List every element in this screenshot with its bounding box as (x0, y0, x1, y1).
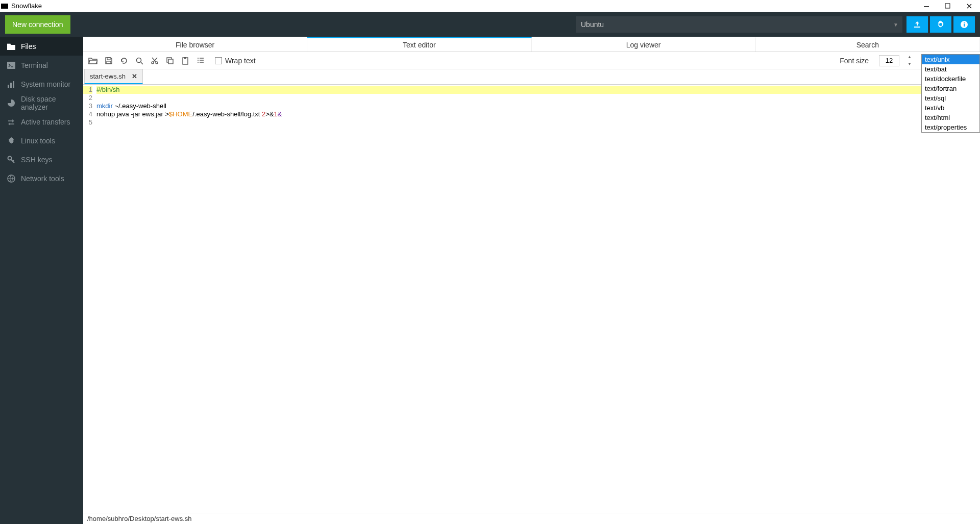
font-size-input[interactable]: 12 (879, 55, 899, 66)
svg-rect-4 (964, 22, 965, 23)
maximize-icon[interactable] (944, 3, 951, 10)
syntax-option[interactable]: text/unix (922, 55, 979, 64)
code-area[interactable]: #/bin/sh mkdir ~/.easy-web-shell nohup j… (94, 85, 980, 513)
close-tab-icon[interactable]: ✕ (132, 72, 137, 80)
line-number: 2 (83, 94, 92, 102)
new-connection-button[interactable]: New connection (5, 15, 70, 34)
app-icon (1, 4, 8, 9)
sidebar-item-files[interactable]: Files (0, 37, 83, 56)
sidebar-item-system-monitor[interactable]: System monitor (0, 74, 83, 93)
syntax-option[interactable]: text/fortran (922, 84, 979, 93)
chart-icon (7, 81, 15, 88)
close-icon[interactable] (966, 3, 973, 10)
spinner-up-icon[interactable]: ▲ (908, 55, 912, 59)
svg-rect-13 (107, 61, 111, 64)
transfer-icon (7, 118, 15, 126)
syntax-option[interactable]: text/dockerfile (922, 74, 979, 84)
line-number: 4 (83, 110, 92, 118)
tab-text-editor[interactable]: Text editor (307, 37, 531, 52)
sidebar-item-label: Linux tools (21, 137, 55, 145)
svg-rect-7 (10, 83, 12, 88)
main-tabs: File browser Text editor Log viewer Sear… (83, 37, 980, 52)
minimize-icon[interactable] (923, 3, 930, 10)
sidebar: Files Terminal System monitor Disk space… (0, 37, 83, 524)
sidebar-item-label: System monitor (21, 80, 70, 88)
cut-icon[interactable] (151, 57, 159, 65)
sidebar-item-label: Disk space analyzer (21, 95, 76, 111)
svg-rect-5 (7, 62, 15, 69)
sidebar-item-label: SSH keys (21, 156, 52, 164)
connection-dropdown[interactable]: Ubuntu ▼ (576, 16, 902, 33)
search-icon[interactable] (135, 57, 143, 65)
font-size-spinner: ▲ ▼ (908, 55, 912, 66)
file-tab-name: start-ews.sh (90, 72, 126, 80)
pie-icon (7, 99, 15, 107)
terminal-icon (7, 62, 15, 69)
svg-rect-18 (168, 59, 173, 64)
upload-button[interactable] (906, 16, 928, 33)
syntax-option[interactable]: text/sql (922, 93, 979, 103)
file-tabs: start-ews.sh ✕ (83, 69, 980, 85)
chevron-down-icon: ▼ (893, 22, 898, 28)
gear-icon (7, 137, 15, 145)
reload-icon[interactable] (120, 57, 128, 65)
line-number: 1 (83, 86, 92, 94)
window-controls (923, 3, 979, 10)
code-editor[interactable]: 1 2 3 4 5 #/bin/sh mkdir ~/.easy-web-she… (83, 85, 980, 513)
code-line: mkdir ~/.easy-web-shell (96, 102, 980, 110)
sidebar-item-label: Terminal (21, 61, 48, 69)
svg-rect-8 (13, 81, 14, 88)
status-bar: /home/subhro/Desktop/start-ews.sh (83, 513, 980, 524)
status-path: /home/subhro/Desktop/start-ews.sh (87, 515, 191, 522)
wrap-text-label: Wrap text (225, 57, 256, 65)
gutter: 1 2 3 4 5 (83, 85, 94, 513)
syntax-option[interactable]: text/vb (922, 103, 979, 113)
connection-dropdown-value: Ubuntu (581, 20, 604, 29)
code-line: #/bin/sh (96, 86, 980, 94)
sidebar-item-active-transfers[interactable]: Active transfers (0, 112, 83, 131)
main-area: File browser Text editor Log viewer Sear… (83, 37, 980, 524)
checkbox-icon (215, 57, 222, 64)
sidebar-item-label: Active transfers (21, 118, 70, 126)
code-line (96, 94, 980, 102)
tab-log-viewer[interactable]: Log viewer (532, 37, 756, 52)
svg-rect-1 (945, 4, 950, 8)
svg-point-14 (137, 58, 141, 62)
sidebar-item-linux-tools[interactable]: Linux tools (0, 131, 83, 150)
line-number: 3 (83, 102, 92, 110)
editor-toolbar: Wrap text Font size 12 ▲ ▼ text/unix tex… (83, 52, 980, 69)
line-number: 5 (83, 118, 92, 127)
sidebar-item-ssh-keys[interactable]: SSH keys (0, 150, 83, 169)
syntax-dropdown-menu: text/unix text/bat text/dockerfile text/… (921, 54, 980, 133)
folder-icon (7, 43, 15, 50)
file-tab[interactable]: start-ews.sh ✕ (84, 69, 143, 84)
tab-search[interactable]: Search (756, 37, 980, 52)
svg-rect-0 (924, 6, 929, 7)
goto-line-icon[interactable] (197, 57, 205, 65)
header-actions (906, 16, 975, 33)
copy-icon[interactable] (166, 57, 174, 65)
sidebar-item-network-tools[interactable]: Network tools (0, 169, 83, 188)
open-icon[interactable] (88, 57, 97, 64)
spinner-down-icon[interactable]: ▼ (908, 62, 912, 66)
titlebar: Snowflake (0, 0, 980, 12)
sidebar-item-label: Network tools (21, 174, 64, 183)
network-icon (7, 174, 15, 183)
svg-rect-12 (107, 58, 110, 60)
save-icon[interactable] (105, 57, 113, 65)
syntax-option[interactable]: text/bat (922, 64, 979, 74)
key-icon (7, 156, 15, 164)
paste-icon[interactable] (181, 57, 189, 65)
syntax-option[interactable]: text/properties (922, 122, 979, 132)
svg-rect-6 (8, 85, 9, 88)
sidebar-item-disk-space[interactable]: Disk space analyzer (0, 93, 83, 112)
tab-file-browser[interactable]: File browser (83, 37, 307, 52)
code-line: nohup java -jar ews.jar >$HOME/.easy-web… (96, 110, 980, 118)
wrap-text-checkbox[interactable]: Wrap text (215, 57, 256, 65)
syntax-option[interactable]: text/html (922, 113, 979, 122)
info-button[interactable] (953, 16, 975, 33)
font-size-label: Font size (840, 57, 869, 65)
settings-button[interactable] (930, 16, 951, 33)
sidebar-item-label: Files (21, 42, 36, 51)
sidebar-item-terminal[interactable]: Terminal (0, 56, 83, 74)
